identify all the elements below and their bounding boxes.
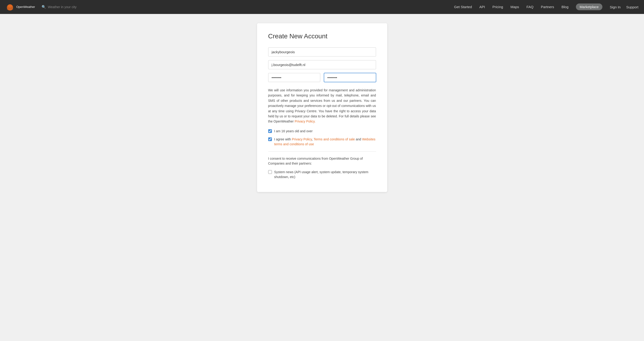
nav-item-faq: FAQ	[526, 5, 533, 9]
age-checkbox-group: I am 16 years old and over	[268, 129, 376, 134]
nav-item-maps: Maps	[510, 5, 519, 9]
username-input[interactable]	[268, 48, 376, 56]
logo-link[interactable]: OpenWeather	[6, 2, 35, 12]
search-input[interactable]	[48, 5, 90, 9]
nav-item-marketplace: Marketplace	[576, 5, 602, 9]
age-checkbox[interactable]	[268, 129, 272, 133]
nav-link-pricing[interactable]: Pricing	[492, 5, 503, 9]
logo-text: OpenWeather	[16, 5, 35, 9]
sign-in-link[interactable]: Sign In	[610, 5, 621, 9]
agree-privacy-link[interactable]: Privacy Policy	[292, 138, 312, 141]
password-input[interactable]	[268, 73, 320, 82]
navbar-links: Get Started API Pricing Maps FAQ Partner…	[454, 5, 602, 9]
privacy-text-body: We will use information you provided for…	[268, 88, 376, 123]
form-card: Create New Account We will use informati…	[257, 23, 387, 192]
support-link[interactable]: Support	[626, 5, 638, 9]
age-checkbox-label[interactable]: I am 16 years old and over	[274, 129, 313, 134]
email-input[interactable]	[268, 60, 376, 69]
logo-icon	[6, 2, 14, 12]
system-news-checkbox[interactable]	[268, 170, 272, 174]
divider	[268, 151, 376, 152]
nav-link-api[interactable]: API	[480, 5, 485, 9]
nav-link-get-started[interactable]: Get Started	[454, 5, 472, 9]
nav-item-blog: Blog	[562, 5, 568, 9]
agree-terms-link[interactable]: Terms and conditions of sale	[314, 138, 355, 141]
nav-item-api: API	[480, 5, 485, 9]
navbar-right: Sign In Support	[610, 5, 638, 9]
email-group	[268, 60, 376, 69]
system-news-label[interactable]: System news (API usage alert, system upd…	[274, 170, 376, 180]
consent-title: I consent to receive communications from…	[268, 156, 376, 166]
form-title: Create New Account	[268, 32, 376, 40]
navbar: OpenWeather 🔍 Get Started API Pricing Ma…	[0, 0, 644, 14]
nav-item-get-started: Get Started	[454, 5, 472, 9]
agree-checkbox-label[interactable]: I agree with Privacy Policy, Terms and c…	[274, 137, 376, 147]
agree-and: and	[355, 138, 362, 141]
main-content: Create New Account We will use informati…	[0, 14, 644, 341]
search-icon: 🔍	[42, 5, 46, 9]
privacy-policy-link[interactable]: Privacy Policy.	[295, 120, 316, 123]
agree-checkbox-group: I agree with Privacy Policy, Terms and c…	[268, 137, 376, 147]
privacy-text: We will use information you provided for…	[268, 88, 376, 124]
nav-item-pricing: Pricing	[492, 5, 503, 9]
nav-link-maps[interactable]: Maps	[510, 5, 519, 9]
nav-item-partners: Partners	[541, 5, 554, 9]
agree-prefix: I agree with	[274, 138, 292, 141]
nav-link-marketplace[interactable]: Marketplace	[576, 4, 602, 10]
agree-checkbox[interactable]	[268, 138, 272, 141]
password-row	[268, 73, 376, 82]
svg-rect-2	[7, 9, 13, 10]
search-container: 🔍	[42, 5, 90, 9]
svg-rect-3	[8, 10, 12, 10]
username-group	[268, 48, 376, 56]
nav-link-faq[interactable]: FAQ	[526, 5, 533, 9]
nav-link-blog[interactable]: Blog	[562, 5, 568, 9]
system-news-checkbox-group: System news (API usage alert, system upd…	[268, 170, 376, 180]
nav-link-partners[interactable]: Partners	[541, 5, 554, 9]
svg-point-1	[8, 5, 12, 8]
confirm-password-input[interactable]	[324, 73, 376, 82]
